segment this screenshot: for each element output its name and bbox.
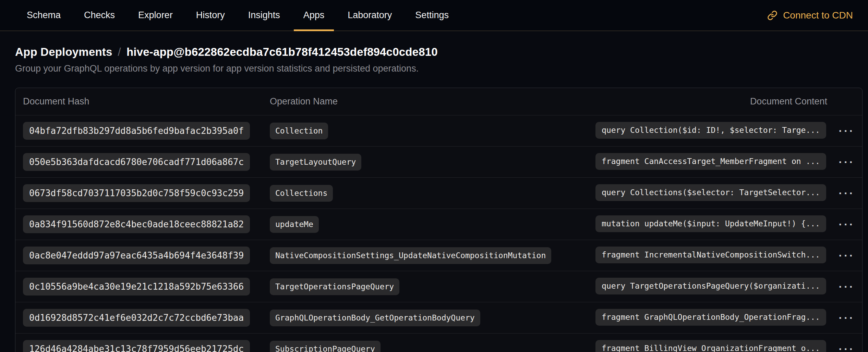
operation-name-pill: NativeCompositionSettings_UpdateNativeCo… [270,247,551,264]
tab-label: Checks [84,10,115,21]
document-hash-pill: 050e5b363dafdcacd6780e706cadf771d06a867c [23,153,250,171]
operation-name-pill: GraphQLOperationBody_GetOperationBodyQue… [270,310,480,326]
column-header-operation-name: Operation Name [270,96,595,107]
deployments-table: Document Hash Operation Name Document Co… [15,88,863,352]
row-menu-button[interactable]: ··· [829,218,862,231]
table-row: 0ac8e047eddd97a97eac6435a4b694f4e3648f39… [15,240,862,271]
table-row: 0a834f91560d872e8c4bec0ade18ceec88821a82… [15,209,862,240]
tab-label: Explorer [138,10,173,21]
ellipsis-icon: ··· [839,125,855,137]
document-hash-pill: 0c10556a9be4ca30e19e21c1218a592b75e63366 [23,278,250,296]
page-subtitle: Group your GraphQL operations by app ver… [15,63,863,74]
row-menu-button[interactable]: ··· [829,343,862,352]
ellipsis-icon: ··· [839,187,855,199]
page-content: App Deployments / hive-app@b622862ecdba7… [0,31,868,352]
operation-name-pill: TargetLayoutQuery [270,154,361,171]
document-content-pill: query Collection($id: ID!, $selector: Ta… [595,122,826,139]
table-row: 050e5b363dafdcacd6780e706cadf771d06a867c… [15,147,862,178]
document-hash-pill: 0d16928d8572c41ef6e032d2c7c72ccbd6e73baa [23,309,250,327]
document-hash-pill: 04bfa72dfb83b297dd8a5b6fed9bafac2b395a0f [23,122,250,140]
column-header-document-content: Document Content [595,96,829,107]
table-row: 0c10556a9be4ca30e19e21c1218a592b75e63366… [15,271,862,302]
operation-name-pill: SubscriptionPageQuery [270,341,381,352]
top-nav: Schema Checks Explorer History Insights … [0,0,868,31]
tab-history[interactable]: History [184,0,237,30]
document-content-pill: fragment CanAccessTarget_MemberFragment … [595,153,826,170]
table-body: 04bfa72dfb83b297dd8a5b6fed9bafac2b395a0f… [15,115,862,352]
row-menu-button[interactable]: ··· [829,312,862,324]
ellipsis-icon: ··· [839,156,855,168]
tab-apps[interactable]: Apps [292,0,336,30]
document-content-pill: mutation updateMe($input: UpdateMeInput!… [595,215,826,232]
operation-name-pill: Collections [270,185,333,202]
tab-checks[interactable]: Checks [72,0,126,30]
connect-to-cdn-label: Connect to CDN [783,10,853,21]
ellipsis-icon: ··· [839,280,855,293]
document-content-pill: fragment GraphQLOperationBody_OperationF… [595,309,826,326]
operation-name-pill: Collection [270,123,328,139]
connect-to-cdn-button[interactable]: Connect to CDN [767,0,853,30]
table-header: Document Hash Operation Name Document Co… [15,88,862,115]
tab-label: Schema [27,10,61,21]
tab-label: Insights [248,10,280,21]
table-row: 04bfa72dfb83b297dd8a5b6fed9bafac2b395a0f… [15,115,862,147]
operation-name-pill: TargetOperationsPageQuery [270,278,399,295]
link-icon [767,10,777,21]
breadcrumb: App Deployments / hive-app@b622862ecdba7… [15,46,863,59]
ellipsis-icon: ··· [839,312,855,324]
operation-name-pill: updateMe [270,216,319,233]
tab-label: Laboratory [348,10,392,21]
document-content-pill: fragment BillingView_OrganizationFragmen… [595,340,826,352]
tab-label: Settings [415,10,449,21]
document-hash-pill: 0ac8e047eddd97a97eac6435a4b694f4e3648f39 [23,247,250,264]
table-row: 0d16928d8572c41ef6e032d2c7c72ccbd6e73baa… [15,302,862,334]
row-menu-button[interactable]: ··· [829,125,862,137]
tab-label: History [196,10,225,21]
breadcrumb-separator: / [118,46,121,59]
ellipsis-icon: ··· [839,218,855,230]
ellipsis-icon: ··· [839,249,855,262]
table-row: 126d46a4284abe31c13c78f7959d56eeb21725dc… [15,334,862,352]
tab-schema[interactable]: Schema [15,0,72,30]
tab-settings[interactable]: Settings [403,0,460,30]
nav-tabs: Schema Checks Explorer History Insights … [15,0,460,30]
row-menu-button[interactable]: ··· [829,280,862,293]
document-content-pill: query Collections($selector: TargetSelec… [595,184,826,201]
column-header-document-hash: Document Hash [23,96,270,107]
document-hash-pill: 0673df58cd7037117035b2d0c758f59c0c93c259 [23,184,250,202]
table-row: 0673df58cd7037117035b2d0c758f59c0c93c259… [15,178,862,209]
row-menu-button[interactable]: ··· [829,187,862,200]
document-content-pill: query TargetOperationsPageQuery($organiz… [595,278,826,294]
ellipsis-icon: ··· [839,343,855,352]
breadcrumb-app-version: hive-app@b622862ecdba7c61b78f412453def89… [126,46,438,59]
tab-insights[interactable]: Insights [237,0,292,30]
tab-explorer[interactable]: Explorer [126,0,184,30]
document-hash-pill: 0a834f91560d872e8c4bec0ade18ceec88821a82 [23,215,250,233]
row-menu-button[interactable]: ··· [829,156,862,168]
tab-laboratory[interactable]: Laboratory [336,0,403,30]
tab-label: Apps [303,10,325,21]
document-hash-pill: 126d46a4284abe31c13c78f7959d56eeb21725dc [23,340,250,352]
document-content-pill: fragment IncrementalNativeCompositionSwi… [595,247,826,263]
row-menu-button[interactable]: ··· [829,249,862,262]
breadcrumb-app-deployments-link[interactable]: App Deployments [15,46,112,59]
